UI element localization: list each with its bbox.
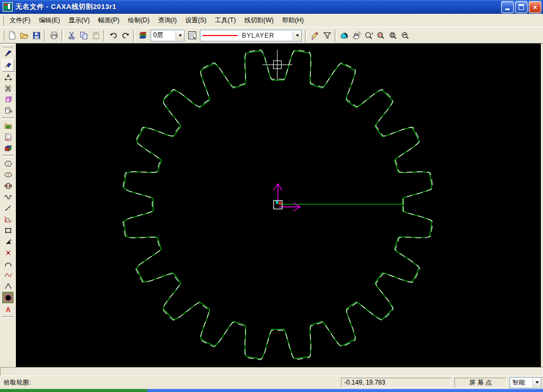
zoom-in-out-button[interactable]: ± — [363, 29, 375, 41]
close-icon: × — [533, 4, 537, 11]
gear-tool-icon — [4, 294, 12, 302]
drawing-canvas[interactable] — [16, 43, 541, 367]
spline-button[interactable] — [2, 269, 14, 281]
cad-viewport[interactable] — [16, 43, 541, 368]
linetype-combo-value: BYLAYER — [240, 32, 293, 39]
render-box-button[interactable] — [2, 143, 14, 154]
zoom-all-button[interactable] — [387, 29, 399, 41]
toolbar-separator — [62, 30, 64, 41]
wave-button[interactable] — [2, 191, 14, 203]
layer-combo-dropdown-button[interactable] — [176, 31, 184, 40]
snap-mode-combo[interactable]: 智能 — [510, 377, 541, 388]
line-icon — [4, 204, 12, 212]
menu-view[interactable]: 显示(V) — [64, 14, 94, 27]
gear-contour — [124, 51, 432, 359]
pick-arrow-button[interactable] — [2, 236, 14, 247]
polygon-icon — [4, 160, 12, 168]
line-button[interactable] — [2, 203, 14, 214]
point-button[interactable] — [2, 247, 14, 258]
menu-settings[interactable]: 设置(S) — [181, 14, 211, 27]
polygon-button[interactable] — [2, 158, 14, 169]
pick-arrow-icon — [4, 238, 12, 246]
restore-button[interactable] — [515, 1, 528, 13]
trim-scissors-button[interactable] — [2, 83, 14, 94]
rectangle-button[interactable] — [2, 225, 14, 236]
main-area: A LIB XY A — [0, 43, 543, 367]
close-button[interactable]: × — [529, 1, 541, 13]
polyline-icon — [4, 282, 12, 290]
zoom-previous-button[interactable] — [399, 29, 411, 41]
dimension-text-icon: A — [4, 73, 12, 81]
point-mode-toggle[interactable]: 屏 幕 点 — [454, 378, 506, 388]
sketch-pencil-icon — [4, 50, 12, 58]
toolbar-separator — [335, 30, 337, 41]
style-brush-button[interactable] — [309, 29, 321, 41]
flange-button[interactable] — [2, 180, 14, 191]
print-button[interactable] — [48, 29, 60, 41]
copy-icon — [80, 31, 88, 40]
save-file-button[interactable] — [30, 29, 42, 41]
gear-tool-button[interactable] — [2, 292, 14, 304]
pick-hand-icon — [352, 31, 361, 40]
restore-icon — [519, 4, 524, 10]
app-icon[interactable] — [3, 2, 13, 12]
menu-draw[interactable]: 绘制(D) — [124, 14, 154, 27]
linetype-color-combo[interactable]: BYLAYER — [200, 30, 302, 41]
menu-file[interactable]: 文件(F) — [5, 14, 34, 27]
formula-curve-button[interactable] — [2, 214, 14, 225]
snap-mode-dropdown-button[interactable] — [532, 378, 541, 387]
filter-button[interactable] — [321, 29, 333, 41]
curve-pencil-button[interactable] — [2, 59, 14, 72]
block-box-button[interactable] — [2, 94, 14, 105]
linetype-button[interactable] — [186, 29, 198, 41]
toolbar-separator — [44, 30, 46, 41]
menu-help[interactable]: 帮助(H) — [278, 14, 308, 27]
dimension-text-button[interactable]: A — [2, 72, 14, 83]
menu-query[interactable]: 查询(I) — [154, 14, 181, 27]
trim-scissors-icon — [4, 84, 12, 92]
toolbox-grip[interactable] — [3, 45, 13, 47]
toolbar-separator — [103, 30, 106, 41]
ellipse-button[interactable] — [2, 169, 14, 180]
image-folder-button[interactable] — [2, 120, 14, 132]
wave-icon — [4, 193, 12, 201]
status-bar: 拾取轮廓: -0.149, 19.783 屏 幕 点 智能 — [0, 376, 543, 389]
menu-sheet[interactable]: 幅面(P) — [94, 14, 124, 27]
window-title: 无名文件 - CAXA线切割2013r1 — [15, 2, 500, 12]
chevron-down-icon — [296, 34, 299, 37]
text-icon: A — [4, 306, 12, 313]
cut-button[interactable] — [65, 29, 77, 41]
paste-button[interactable] — [90, 29, 102, 41]
minimize-button[interactable] — [501, 1, 514, 13]
arc-button[interactable] — [2, 258, 14, 269]
svg-text:LIB: LIB — [8, 110, 12, 113]
sketch-pencil-button[interactable] — [2, 48, 14, 59]
xy-data-button[interactable]: XY — [2, 132, 14, 143]
menubar-grip[interactable] — [1, 15, 4, 26]
polyline-button[interactable] — [2, 281, 14, 292]
linetype-combo-dropdown-button[interactable] — [293, 31, 301, 40]
new-file-button[interactable] — [6, 29, 18, 41]
undo-button[interactable] — [107, 29, 119, 41]
text-button[interactable]: A — [2, 304, 14, 315]
zoom-window-button[interactable] — [375, 29, 387, 41]
toolbar-grip[interactable] — [2, 30, 4, 41]
menu-wirecut[interactable]: 线切割(W) — [240, 14, 278, 27]
left-toolbox: A LIB XY A — [0, 43, 16, 367]
open-file-button[interactable] — [18, 29, 30, 41]
layer-combo[interactable]: 0层 — [151, 30, 185, 41]
taskbar-blue-segment — [147, 389, 543, 392]
save-icon — [32, 31, 41, 40]
pick-settings-button[interactable] — [351, 29, 363, 41]
zoom-window-icon — [376, 31, 386, 40]
redraw-button[interactable] — [338, 29, 351, 41]
menu-tools[interactable]: 工具(T) — [211, 14, 240, 27]
copy-button[interactable] — [77, 29, 90, 41]
redo-button[interactable] — [119, 29, 132, 41]
layers-button[interactable] — [137, 29, 149, 41]
svg-text:A: A — [6, 306, 11, 313]
command-input-row[interactable] — [0, 367, 543, 376]
menu-edit[interactable]: 编辑(E) — [34, 14, 64, 27]
library-button[interactable]: LIB — [2, 105, 14, 116]
title-bar: 无名文件 - CAXA线切割2013r1 × — [0, 0, 543, 14]
